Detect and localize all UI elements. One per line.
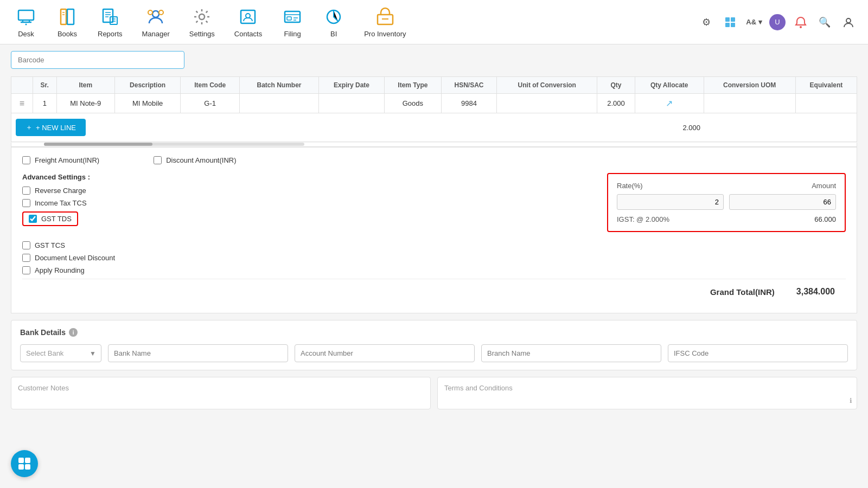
nav-filing[interactable]: Filing bbox=[272, 2, 313, 42]
reverse-charge-row: Reverse Charge bbox=[22, 187, 607, 195]
nav-reports[interactable]: Reports bbox=[88, 2, 132, 42]
svg-rect-28 bbox=[725, 17, 730, 22]
contacts-icon bbox=[237, 6, 259, 28]
svg-rect-30 bbox=[725, 23, 730, 27]
svg-rect-31 bbox=[731, 23, 735, 27]
reports-icon bbox=[99, 6, 121, 28]
nav-bi-label: BI bbox=[330, 30, 337, 38]
col-batch-number: Batch Number bbox=[240, 77, 319, 94]
gst-tcs-row: GST TCS bbox=[22, 241, 607, 249]
col-description: Description bbox=[115, 77, 181, 94]
apply-rounding-checkbox[interactable] bbox=[22, 266, 30, 274]
notes-row: Customer Notes Terms and Conditions ℹ bbox=[11, 377, 857, 409]
bank-details-label: Bank Details bbox=[20, 328, 66, 337]
grand-total-label: Grand Total(INR) bbox=[710, 287, 775, 297]
profile-icon[interactable] bbox=[840, 14, 857, 31]
col-item: Item bbox=[56, 77, 115, 94]
terms-conditions-box: Terms and Conditions ℹ bbox=[437, 377, 857, 409]
reverse-charge-label: Reverse Charge bbox=[35, 187, 86, 195]
drag-handle[interactable]: ≡ bbox=[11, 94, 33, 113]
nav-books-label: Books bbox=[58, 30, 77, 38]
ifsc-code-input[interactable] bbox=[668, 344, 848, 362]
cell-equivalent bbox=[795, 94, 857, 113]
reverse-charge-checkbox[interactable] bbox=[22, 187, 30, 195]
cell-item: MI Note-9 bbox=[56, 94, 115, 113]
select-bank-dropdown[interactable]: Select Bank bbox=[20, 344, 101, 362]
plus-icon: ＋ bbox=[25, 123, 33, 132]
col-conversion-uom: Conversion UOM bbox=[704, 77, 795, 94]
barcode-row bbox=[11, 51, 857, 69]
nav-manager[interactable]: Manager bbox=[132, 2, 180, 42]
nav-manager-label: Manager bbox=[142, 30, 170, 38]
advanced-settings-title: Advanced Settings : bbox=[22, 173, 607, 181]
svg-point-16 bbox=[159, 10, 163, 15]
cell-item-type: Goods bbox=[385, 94, 442, 113]
branch-name-input[interactable] bbox=[481, 344, 661, 362]
discount-amount-checkbox[interactable] bbox=[154, 156, 162, 164]
filing-icon bbox=[282, 6, 303, 28]
barcode-input[interactable] bbox=[11, 51, 184, 69]
gear-icon[interactable]: ⚙ bbox=[698, 14, 715, 31]
scroll-thumb bbox=[44, 143, 152, 146]
svg-rect-19 bbox=[241, 10, 255, 23]
main-content: Sr. Item Description Item Code Batch Num… bbox=[0, 44, 868, 416]
amount-header: Amount bbox=[726, 182, 836, 190]
gst-tds-box: GST TDS bbox=[22, 211, 78, 226]
nav-pro-inventory-label: Pro Inventory bbox=[364, 30, 406, 38]
open-link-icon[interactable]: ↗ bbox=[666, 99, 673, 108]
cell-batch-number bbox=[240, 94, 319, 113]
cell-expiry-date bbox=[318, 94, 384, 113]
grid-icon[interactable] bbox=[722, 14, 739, 31]
col-qty: Qty bbox=[597, 77, 635, 94]
bank-info-icon[interactable]: i bbox=[69, 328, 78, 337]
notification-icon[interactable] bbox=[792, 14, 809, 31]
cell-hsn-sac: 9984 bbox=[441, 94, 497, 113]
cell-qty: 2.000 bbox=[597, 94, 635, 113]
bank-name-input[interactable] bbox=[108, 344, 288, 362]
table-row[interactable]: ≡ 1 MI Note-9 MI Mobile G-1 Goods 9984 2… bbox=[11, 94, 857, 113]
nav-right-icons: ⚙ A& ▾ U 🔍 bbox=[698, 14, 863, 31]
svg-rect-22 bbox=[287, 17, 291, 20]
nav-contacts[interactable]: Contacts bbox=[225, 2, 272, 42]
desk-icon bbox=[15, 6, 37, 28]
nav-desk-label: Desk bbox=[18, 30, 34, 38]
gst-amount-input[interactable] bbox=[729, 194, 836, 210]
language-icon[interactable]: A& ▾ bbox=[745, 14, 763, 31]
gst-tds-panel: Rate(%) Amount IGST: @ 2.000% 66.000 bbox=[607, 173, 846, 232]
nav-books[interactable]: Books bbox=[47, 2, 88, 42]
svg-rect-5 bbox=[67, 9, 74, 24]
gst-tds-checkbox[interactable] bbox=[29, 215, 37, 223]
svg-rect-0 bbox=[18, 10, 34, 20]
nav-pro-inventory[interactable]: Pro Inventory bbox=[354, 2, 416, 42]
svg-point-20 bbox=[246, 14, 250, 18]
user-avatar-icon[interactable]: U bbox=[769, 14, 786, 30]
account-number-input[interactable] bbox=[295, 344, 475, 362]
cell-qty-allocate[interactable]: ↗ bbox=[635, 94, 704, 113]
svg-rect-4 bbox=[61, 9, 66, 24]
income-tax-tcs-label: Income Tax TCS bbox=[35, 199, 87, 207]
cell-sr: 1 bbox=[33, 94, 57, 113]
qty-total: 2.000 bbox=[682, 124, 852, 132]
nav-settings-label: Settings bbox=[189, 30, 215, 38]
gst-tcs-checkbox[interactable] bbox=[22, 241, 30, 249]
gst-summary-value: 66.000 bbox=[814, 215, 836, 223]
grand-total-row: Grand Total(INR) 3,384.000 bbox=[22, 279, 846, 304]
gst-rate-input[interactable] bbox=[617, 194, 724, 210]
freight-checkbox[interactable] bbox=[22, 156, 30, 164]
svg-point-15 bbox=[152, 11, 159, 17]
search-icon[interactable]: 🔍 bbox=[816, 14, 833, 31]
new-line-button[interactable]: ＋ + NEW LINE bbox=[16, 119, 86, 136]
new-line-row: ＋ + NEW LINE 2.000 bbox=[11, 113, 857, 142]
document-level-discount-checkbox[interactable] bbox=[22, 254, 30, 262]
svg-rect-8 bbox=[103, 9, 113, 22]
scroll-area[interactable] bbox=[11, 143, 857, 147]
col-qty-allocate: Qty Allocate bbox=[635, 77, 704, 94]
svg-point-32 bbox=[800, 26, 802, 28]
gst-tcs-label: GST TCS bbox=[35, 241, 65, 249]
income-tax-tcs-row: Income Tax TCS bbox=[22, 199, 607, 207]
nav-desk[interactable]: Desk bbox=[5, 2, 47, 42]
nav-bi[interactable]: BI bbox=[313, 2, 354, 42]
income-tax-tcs-checkbox[interactable] bbox=[22, 199, 30, 207]
col-item-code: Item Code bbox=[181, 77, 240, 94]
nav-settings[interactable]: Settings bbox=[180, 2, 225, 42]
